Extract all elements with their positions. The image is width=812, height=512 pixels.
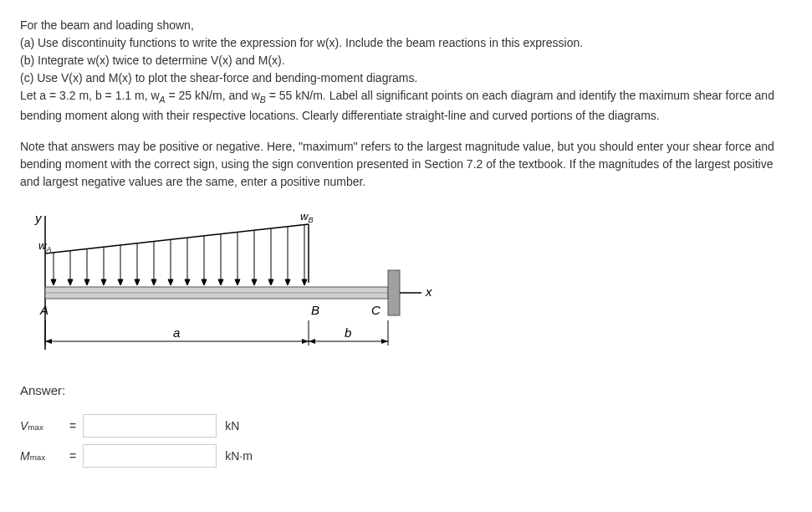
- svg-marker-10: [84, 279, 89, 285]
- mmax-row: Mmax = kN·m: [20, 444, 792, 468]
- part-a: (a) Use discontinuity functions to write…: [20, 34, 792, 52]
- point-C: C: [371, 303, 380, 317]
- wB-label: wB: [300, 210, 313, 224]
- beam-diagram: y wA wB: [20, 207, 438, 366]
- dim-b: b: [345, 325, 351, 340]
- svg-marker-43: [302, 339, 309, 344]
- svg-marker-30: [252, 279, 257, 285]
- x-label: x: [425, 284, 432, 299]
- wA-label: wA: [38, 239, 51, 253]
- mmax-label: Mmax: [20, 449, 66, 463]
- part-b: (b) Integrate w(x) twice to determine V(…: [20, 52, 792, 69]
- point-B: B: [311, 303, 319, 317]
- vmax-label: Vmax: [20, 419, 66, 433]
- svg-marker-14: [118, 279, 123, 285]
- equals-sign: =: [69, 419, 76, 433]
- mmax-unit: kN·m: [225, 449, 253, 463]
- svg-marker-42: [45, 339, 52, 344]
- answer-heading: Answer:: [20, 383, 792, 397]
- problem-statement: For the beam and loading shown, (a) Use …: [20, 17, 792, 125]
- y-label: y: [34, 211, 43, 225]
- equals-sign: =: [69, 449, 76, 463]
- parameters: Let a = 3.2 m, b = 1.1 m, wA = 25 kN/m, …: [20, 87, 792, 125]
- svg-marker-22: [185, 279, 190, 285]
- part-c: (c) Use V(x) and M(x) to plot the shear-…: [20, 69, 792, 87]
- note-text: Note that answers may be positive or neg…: [20, 138, 792, 191]
- svg-marker-46: [309, 339, 315, 344]
- load-arrows: [51, 225, 307, 285]
- mmax-input[interactable]: [83, 444, 217, 468]
- point-A: A: [39, 303, 49, 317]
- vmax-input[interactable]: [83, 414, 217, 438]
- svg-marker-28: [235, 279, 240, 285]
- svg-marker-8: [68, 279, 73, 285]
- svg-marker-32: [268, 279, 273, 285]
- svg-marker-47: [381, 339, 388, 344]
- dim-a: a: [173, 325, 180, 340]
- svg-marker-34: [285, 279, 290, 285]
- svg-marker-16: [135, 279, 140, 285]
- svg-marker-18: [151, 279, 156, 285]
- svg-marker-24: [202, 279, 207, 285]
- svg-marker-26: [218, 279, 223, 285]
- vmax-unit: kN: [225, 419, 239, 433]
- svg-marker-20: [168, 279, 173, 285]
- svg-marker-12: [101, 279, 106, 285]
- vmax-row: Vmax = kN: [20, 414, 792, 438]
- svg-marker-6: [51, 279, 56, 285]
- svg-marker-36: [302, 279, 307, 285]
- note-paragraph: Note that answers may be positive or neg…: [20, 138, 792, 191]
- intro-line: For the beam and loading shown,: [20, 17, 792, 34]
- svg-rect-37: [388, 270, 400, 315]
- answer-section: Answer: Vmax = kN Mmax = kN·m: [20, 383, 792, 468]
- svg-line-3: [45, 224, 309, 253]
